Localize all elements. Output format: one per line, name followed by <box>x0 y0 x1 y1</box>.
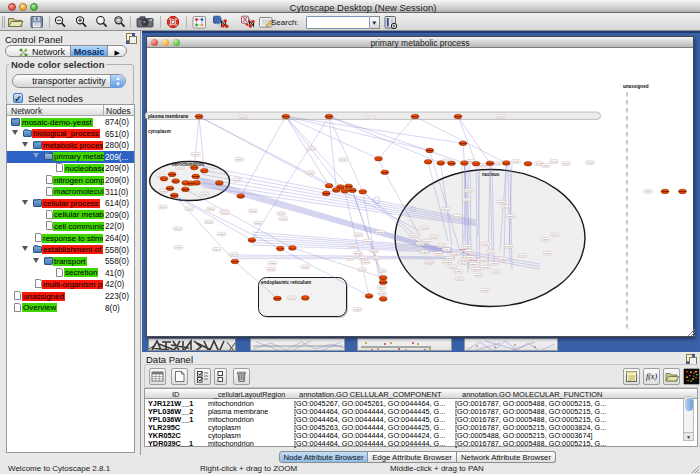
svg-text:cytoplasm: cytoplasm <box>148 129 171 134</box>
svg-text:unassigned: unassigned <box>623 84 649 89</box>
svg-text:nucleus: nucleus <box>482 172 500 177</box>
svg-text:endoplasmic reticulum: endoplasmic reticulum <box>261 280 311 285</box>
svg-text:plasma membrane: plasma membrane <box>148 114 189 119</box>
